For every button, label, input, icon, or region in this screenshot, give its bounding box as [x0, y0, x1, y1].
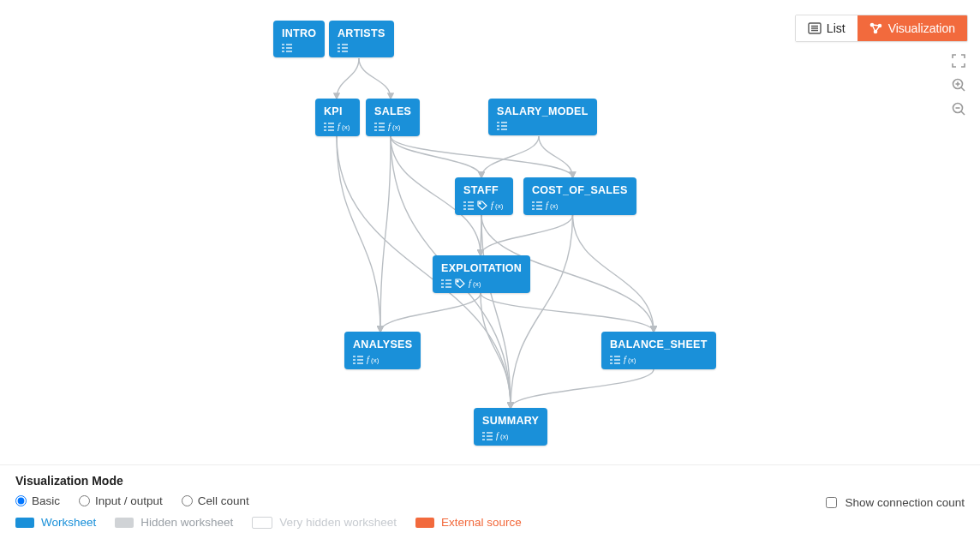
svg-text:(x): (x)	[628, 356, 636, 364]
fx-icon: f(x)	[469, 278, 482, 288]
node-icons: f(x)	[324, 122, 351, 131]
node-sales[interactable]: SALESf(x)	[366, 99, 420, 136]
list-icon	[532, 201, 542, 210]
list-icon	[324, 123, 334, 131]
legend-external: External source	[415, 516, 522, 529]
svg-text:(x): (x)	[495, 202, 504, 210]
legend-veryhidden-swatch	[252, 517, 272, 529]
svg-text:(x): (x)	[550, 202, 559, 210]
node-icons: f(x)	[463, 201, 505, 210]
node-analyses[interactable]: ANALYSESf(x)	[344, 332, 421, 369]
svg-text:f: f	[496, 431, 499, 440]
legend-hidden-label: Hidden worksheet	[140, 516, 233, 529]
show-connection-count-input[interactable]	[826, 497, 837, 508]
node-title: STAFF	[463, 184, 505, 196]
node-title: ANALYSES	[353, 338, 412, 350]
svg-text:(x): (x)	[371, 356, 379, 364]
mode-basic-label: Basic	[32, 494, 60, 507]
tag-icon	[477, 201, 487, 210]
edge-sales-analyses	[380, 136, 391, 332]
node-intro[interactable]: INTRO	[273, 21, 325, 57]
node-title: SUMMARY	[482, 415, 539, 427]
list-icon	[482, 432, 493, 440]
svg-text:f: f	[491, 201, 494, 210]
edge-artists-sales	[359, 58, 391, 99]
footer-panel: Visualization Mode BasicInput / outputCe…	[0, 464, 980, 539]
mode-io[interactable]: Input / output	[79, 494, 163, 507]
svg-text:(x): (x)	[473, 280, 481, 288]
edge-staff-exploitation	[481, 215, 481, 255]
fx-icon: f(x)	[367, 355, 380, 364]
node-staff[interactable]: STAFFf(x)	[455, 177, 513, 215]
fx-icon: f(x)	[496, 431, 510, 440]
edge-sales-staff	[391, 136, 481, 177]
svg-point-71	[457, 280, 458, 282]
node-title: SALES	[374, 105, 411, 117]
node-artists[interactable]: ARTISTS	[329, 21, 394, 57]
edge-exploitation-summary	[481, 293, 511, 408]
list-icon	[441, 279, 451, 288]
svg-text:f: f	[367, 355, 370, 364]
list-icon	[338, 44, 348, 52]
node-salary_model[interactable]: SALARY_MODEL	[488, 99, 597, 135]
mode-cell-radio[interactable]	[182, 495, 193, 506]
graph-canvas[interactable]: INTROARTISTSKPIf(x)SALESf(x)SALARY_MODEL…	[0, 0, 980, 459]
svg-text:f: f	[624, 355, 627, 364]
fx-icon: f(x)	[338, 122, 351, 131]
node-balance_sheet[interactable]: BALANCE_SHEETf(x)	[601, 332, 716, 369]
legend-worksheet: Worksheet	[15, 516, 96, 529]
node-title: BALANCE_SHEET	[610, 338, 708, 350]
node-icons: f(x)	[482, 431, 539, 440]
legend-hidden-swatch	[115, 518, 134, 528]
node-summary[interactable]: SUMMARYf(x)	[474, 408, 547, 446]
mode-cell[interactable]: Cell count	[182, 494, 249, 507]
node-cost_of_sales[interactable]: COST_OF_SALESf(x)	[523, 177, 636, 215]
node-title: COST_OF_SALES	[532, 184, 628, 196]
edge-sales-cost_of_sales	[391, 136, 573, 177]
legend-external-label: External source	[441, 516, 522, 529]
legend-worksheet-label: Worksheet	[41, 516, 96, 529]
svg-text:f: f	[338, 122, 341, 131]
svg-text:f: f	[388, 122, 391, 131]
node-icons: f(x)	[353, 355, 412, 364]
edge-salary_model-staff	[481, 136, 539, 177]
show-connection-count-checkbox[interactable]: Show connection count	[822, 494, 965, 511]
edge-balance_sheet-summary	[511, 369, 654, 408]
node-exploitation[interactable]: EXPLOITATIONf(x)	[433, 255, 530, 293]
list-icon	[610, 356, 620, 364]
svg-point-54	[479, 202, 481, 204]
legend-hidden: Hidden worksheet	[115, 516, 233, 529]
node-icons: f(x)	[610, 355, 708, 364]
node-title: INTRO	[282, 27, 316, 39]
list-icon	[282, 44, 292, 52]
legend-veryhidden: Very hidden worksheet	[252, 516, 397, 529]
svg-text:(x): (x)	[500, 433, 509, 440]
edge-kpi-analyses	[337, 136, 380, 332]
edge-cost_of_sales-exploitation	[481, 215, 573, 255]
node-icons: f(x)	[532, 201, 628, 210]
legend-external-swatch	[415, 518, 434, 528]
legend: WorksheetHidden worksheetVery hidden wor…	[15, 516, 965, 529]
graph-edges	[0, 0, 980, 459]
node-icons	[282, 44, 316, 52]
node-icons: f(x)	[441, 278, 522, 288]
list-icon	[374, 123, 385, 131]
mode-basic[interactable]: Basic	[15, 494, 60, 507]
mode-io-radio[interactable]	[79, 495, 90, 506]
edge-salary_model-cost_of_sales	[539, 136, 573, 177]
node-title: SALARY_MODEL	[497, 105, 589, 117]
fx-icon: f(x)	[388, 122, 402, 131]
list-icon	[353, 356, 363, 364]
legend-worksheet-swatch	[15, 518, 34, 528]
edge-staff-summary	[481, 215, 511, 408]
show-connection-count-label: Show connection count	[845, 496, 965, 509]
svg-text:f: f	[469, 278, 472, 288]
node-icons: f(x)	[374, 122, 411, 131]
node-title: EXPLOITATION	[441, 262, 522, 274]
mode-basic-radio[interactable]	[15, 495, 27, 506]
mode-io-label: Input / output	[95, 494, 163, 507]
tag-icon	[455, 278, 465, 288]
fx-icon: f(x)	[546, 201, 559, 210]
node-kpi[interactable]: KPIf(x)	[315, 99, 360, 136]
edge-cost_of_sales-balance_sheet	[573, 215, 654, 332]
